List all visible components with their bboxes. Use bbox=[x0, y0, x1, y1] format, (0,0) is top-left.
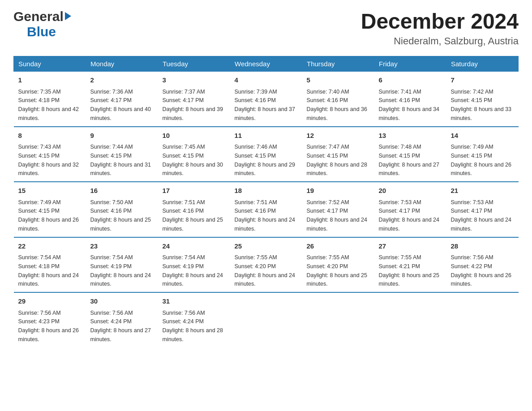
weekday-header-friday: Friday bbox=[374, 56, 446, 72]
calendar-cell bbox=[302, 292, 374, 347]
daylight-text: Daylight: 8 hours and 26 minutes. bbox=[18, 217, 79, 232]
day-number: 18 bbox=[235, 186, 298, 196]
logo: General Blue bbox=[13, 9, 71, 39]
sunrise-text: Sunrise: 7:56 AM bbox=[90, 310, 133, 316]
weekday-header-saturday: Saturday bbox=[446, 56, 519, 72]
sunset-text: Sunset: 4:23 PM bbox=[18, 318, 60, 325]
day-number: 9 bbox=[90, 131, 154, 141]
sunrise-text: Sunrise: 7:49 AM bbox=[451, 144, 493, 150]
daylight-text: Daylight: 8 hours and 37 minutes. bbox=[235, 106, 296, 121]
sunset-text: Sunset: 4:17 PM bbox=[307, 208, 348, 214]
sunset-text: Sunset: 4:16 PM bbox=[90, 208, 132, 214]
sunrise-text: Sunrise: 7:46 AM bbox=[235, 144, 277, 150]
daylight-text: Daylight: 8 hours and 28 minutes. bbox=[307, 162, 368, 177]
day-number: 16 bbox=[90, 186, 154, 196]
day-number: 19 bbox=[307, 186, 370, 196]
calendar-cell: 28 Sunrise: 7:56 AM Sunset: 4:22 PM Dayl… bbox=[446, 237, 519, 293]
sunrise-text: Sunrise: 7:35 AM bbox=[18, 89, 61, 95]
sunset-text: Sunset: 4:21 PM bbox=[379, 263, 420, 270]
sunset-text: Sunset: 4:16 PM bbox=[235, 97, 276, 103]
month-title: December 2024 bbox=[361, 9, 519, 34]
sunrise-text: Sunrise: 7:42 AM bbox=[451, 89, 493, 95]
calendar-cell: 23 Sunrise: 7:54 AM Sunset: 4:19 PM Dayl… bbox=[86, 237, 158, 293]
daylight-text: Daylight: 8 hours and 25 minutes. bbox=[90, 217, 151, 232]
calendar-cell: 31 Sunrise: 7:56 AM Sunset: 4:24 PM Dayl… bbox=[158, 292, 230, 347]
calendar-cell: 15 Sunrise: 7:49 AM Sunset: 4:15 PM Dayl… bbox=[14, 182, 86, 237]
calendar-cell: 22 Sunrise: 7:54 AM Sunset: 4:18 PM Dayl… bbox=[14, 237, 86, 293]
sunset-text: Sunset: 4:16 PM bbox=[163, 208, 204, 214]
location-text: Niederalm, Salzburg, Austria bbox=[361, 35, 519, 47]
sunrise-text: Sunrise: 7:53 AM bbox=[451, 199, 493, 206]
sunrise-text: Sunrise: 7:47 AM bbox=[307, 144, 349, 150]
calendar-cell: 26 Sunrise: 7:55 AM Sunset: 4:20 PM Dayl… bbox=[302, 237, 374, 293]
daylight-text: Daylight: 8 hours and 25 minutes. bbox=[163, 217, 223, 232]
sunset-text: Sunset: 4:24 PM bbox=[163, 318, 204, 325]
daylight-text: Daylight: 8 hours and 24 minutes. bbox=[379, 217, 440, 232]
daylight-text: Daylight: 8 hours and 31 minutes. bbox=[90, 162, 151, 177]
daylight-text: Daylight: 8 hours and 28 minutes. bbox=[163, 327, 223, 342]
daylight-text: Daylight: 8 hours and 24 minutes. bbox=[235, 217, 296, 232]
sunrise-text: Sunrise: 7:53 AM bbox=[379, 199, 421, 206]
day-number: 30 bbox=[90, 296, 154, 307]
calendar-cell: 25 Sunrise: 7:55 AM Sunset: 4:20 PM Dayl… bbox=[230, 237, 302, 293]
sunset-text: Sunset: 4:17 PM bbox=[379, 208, 420, 214]
weekday-header-sunday: Sunday bbox=[14, 56, 86, 72]
sunrise-text: Sunrise: 7:52 AM bbox=[307, 199, 349, 206]
calendar-cell: 17 Sunrise: 7:51 AM Sunset: 4:16 PM Dayl… bbox=[158, 182, 230, 237]
sunset-text: Sunset: 4:15 PM bbox=[307, 153, 348, 159]
day-number: 10 bbox=[163, 131, 226, 141]
day-number: 17 bbox=[163, 186, 226, 196]
logo-blue-text: Blue bbox=[27, 24, 56, 39]
sunrise-text: Sunrise: 7:51 AM bbox=[235, 199, 277, 206]
calendar-week-2: 8 Sunrise: 7:43 AM Sunset: 4:15 PM Dayli… bbox=[14, 127, 519, 182]
sunrise-text: Sunrise: 7:40 AM bbox=[307, 89, 349, 95]
sunset-text: Sunset: 4:24 PM bbox=[90, 318, 132, 325]
sunrise-text: Sunrise: 7:43 AM bbox=[18, 144, 61, 150]
sunrise-text: Sunrise: 7:56 AM bbox=[18, 310, 61, 316]
day-number: 26 bbox=[307, 241, 370, 252]
calendar-cell bbox=[446, 292, 519, 347]
sunrise-text: Sunrise: 7:54 AM bbox=[18, 254, 61, 261]
sunrise-text: Sunrise: 7:55 AM bbox=[235, 254, 277, 261]
calendar-cell: 2 Sunrise: 7:36 AM Sunset: 4:17 PM Dayli… bbox=[86, 72, 158, 127]
daylight-text: Daylight: 8 hours and 40 minutes. bbox=[90, 106, 151, 121]
sunset-text: Sunset: 4:15 PM bbox=[18, 208, 60, 214]
calendar-cell: 12 Sunrise: 7:47 AM Sunset: 4:15 PM Dayl… bbox=[302, 127, 374, 182]
sunset-text: Sunset: 4:20 PM bbox=[235, 263, 276, 270]
sunrise-text: Sunrise: 7:36 AM bbox=[90, 89, 133, 95]
sunset-text: Sunset: 4:15 PM bbox=[163, 153, 204, 159]
sunrise-text: Sunrise: 7:41 AM bbox=[379, 89, 421, 95]
daylight-text: Daylight: 8 hours and 26 minutes. bbox=[451, 272, 512, 287]
calendar-cell: 14 Sunrise: 7:49 AM Sunset: 4:15 PM Dayl… bbox=[446, 127, 519, 182]
sunset-text: Sunset: 4:16 PM bbox=[307, 97, 348, 103]
day-number: 8 bbox=[18, 131, 82, 141]
daylight-text: Daylight: 8 hours and 24 minutes. bbox=[18, 272, 79, 287]
daylight-text: Daylight: 8 hours and 25 minutes. bbox=[307, 272, 368, 287]
sunset-text: Sunset: 4:16 PM bbox=[235, 208, 276, 214]
calendar-cell: 4 Sunrise: 7:39 AM Sunset: 4:16 PM Dayli… bbox=[230, 72, 302, 127]
calendar-cell: 6 Sunrise: 7:41 AM Sunset: 4:16 PM Dayli… bbox=[374, 72, 446, 127]
daylight-text: Daylight: 8 hours and 33 minutes. bbox=[451, 106, 512, 121]
day-number: 5 bbox=[307, 75, 370, 86]
calendar-cell: 29 Sunrise: 7:56 AM Sunset: 4:23 PM Dayl… bbox=[14, 292, 86, 347]
daylight-text: Daylight: 8 hours and 24 minutes. bbox=[451, 217, 512, 232]
calendar-cell: 24 Sunrise: 7:54 AM Sunset: 4:19 PM Dayl… bbox=[158, 237, 230, 293]
calendar-cell bbox=[374, 292, 446, 347]
sunrise-text: Sunrise: 7:39 AM bbox=[235, 89, 277, 95]
day-number: 4 bbox=[235, 75, 298, 86]
calendar-week-4: 22 Sunrise: 7:54 AM Sunset: 4:18 PM Dayl… bbox=[14, 237, 519, 293]
daylight-text: Daylight: 8 hours and 27 minutes. bbox=[379, 162, 440, 177]
daylight-text: Daylight: 8 hours and 24 minutes. bbox=[90, 272, 151, 287]
day-number: 12 bbox=[307, 131, 370, 141]
day-number: 24 bbox=[163, 241, 226, 252]
day-number: 6 bbox=[379, 75, 442, 86]
sunset-text: Sunset: 4:19 PM bbox=[90, 263, 132, 270]
day-number: 20 bbox=[379, 186, 442, 196]
day-number: 1 bbox=[18, 75, 82, 86]
day-number: 25 bbox=[235, 241, 298, 252]
sunrise-text: Sunrise: 7:48 AM bbox=[379, 144, 421, 150]
daylight-text: Daylight: 8 hours and 39 minutes. bbox=[163, 106, 223, 121]
daylight-text: Daylight: 8 hours and 24 minutes. bbox=[235, 272, 296, 287]
day-number: 14 bbox=[451, 131, 514, 141]
calendar-cell: 8 Sunrise: 7:43 AM Sunset: 4:15 PM Dayli… bbox=[14, 127, 86, 182]
